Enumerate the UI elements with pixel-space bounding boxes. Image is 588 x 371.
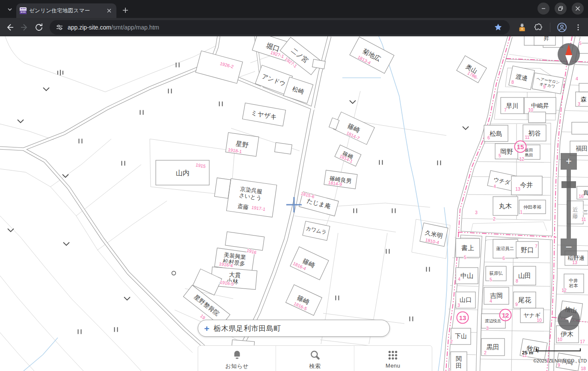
- parcel-number: 18: [581, 366, 586, 371]
- map-label: 下山: [455, 333, 467, 339]
- extension-robot-icon[interactable]: [515, 20, 529, 35]
- close-window-button[interactable]: [572, 3, 584, 15]
- field-symbol: [8, 229, 14, 232]
- map-canvas[interactable]: 堀口二ノ宮アンドウ松崎ミヤザキ菊地広奥山渡邊ヘアーサロンオオカワ早川中嶋昇森昇松…: [0, 36, 588, 371]
- search-address-text[interactable]: 栃木県足利市田島町: [214, 324, 281, 333]
- extensions-puzzle-icon[interactable]: [531, 20, 546, 35]
- toolbar-divider: [550, 23, 550, 32]
- map-label: 岡野: [500, 148, 513, 155]
- map-label: 山内: [176, 169, 190, 177]
- parcel-number: 1: [448, 367, 451, 371]
- minimize-button[interactable]: [538, 3, 549, 15]
- address-search-bar[interactable]: + 栃木県足利市田島町: [198, 320, 390, 337]
- parcel-number: 4: [576, 76, 578, 81]
- block-number: 13: [459, 314, 466, 321]
- scale-label: 25 m: [512, 350, 533, 355]
- parcel-number: 19: [199, 313, 207, 321]
- map-label: 仲田孝裕: [523, 204, 542, 209]
- zoom-in-button[interactable]: +: [561, 153, 577, 170]
- parcel-number: 10: [537, 318, 542, 323]
- parcel-number: 2: [493, 216, 496, 221]
- parcel-number: 13: [515, 186, 520, 191]
- parcel-number: 12: [519, 156, 524, 162]
- nav-label: お知らせ: [225, 362, 249, 370]
- zoom-slider-track[interactable]: [567, 170, 571, 238]
- map-label: 黒田: [487, 343, 499, 350]
- restore-button[interactable]: [555, 3, 567, 15]
- map-label: 近藤: [573, 206, 578, 219]
- parcel-number: 7: [504, 107, 507, 112]
- nav-item-search[interactable]: 検索: [276, 346, 353, 371]
- bookmark-star-icon[interactable]: [491, 20, 505, 35]
- zoom-slider-handle[interactable]: [561, 181, 576, 188]
- new-tab-button[interactable]: [120, 5, 131, 16]
- site-settings-icon[interactable]: [56, 24, 63, 31]
- menu-kebab-icon[interactable]: [571, 20, 585, 35]
- navigation-arrow-icon: [563, 314, 574, 325]
- compass-button[interactable]: [558, 43, 580, 65]
- current-location-button[interactable]: [558, 308, 580, 330]
- toolbar-actions: [513, 20, 585, 35]
- parcel-number: 13: [572, 260, 577, 265]
- nav-label: Menu: [386, 362, 401, 369]
- window-controls: [538, 3, 584, 15]
- url-bar[interactable]: app.zip-site.com/smt/app/map.htm: [50, 20, 510, 35]
- tab-close-icon[interactable]: [105, 7, 113, 15]
- parcel-number: 12: [561, 288, 567, 293]
- browser-toolbar: app.zip-site.com/smt/app/map.htm: [0, 18, 588, 36]
- search-icon: [309, 350, 321, 361]
- field-symbol: [463, 127, 469, 130]
- map-label: 荻原弘: [489, 271, 503, 276]
- parcel-number: 2: [484, 350, 487, 355]
- zoom-out-button[interactable]: −: [561, 238, 577, 256]
- nav-item-menu[interactable]: Menu: [354, 346, 432, 371]
- map-label: 昇: [544, 36, 549, 41]
- map-label: 山口: [460, 296, 472, 303]
- block-number: 15: [517, 143, 524, 150]
- parcel-number: 4: [493, 184, 496, 189]
- map-label: 渡辺悦且: [485, 318, 501, 323]
- forward-button[interactable]: [17, 20, 32, 35]
- profile-avatar-icon[interactable]: [555, 20, 569, 35]
- nav-label: 検索: [309, 362, 321, 370]
- parcel-number: 9: [515, 302, 518, 307]
- parcel-number: 3: [457, 303, 460, 308]
- parcel-number: 7: [535, 244, 538, 249]
- browser-window: ゼンリン住宅地図スマー: [0, 0, 588, 371]
- parcel-number: 5: [490, 277, 492, 282]
- map-label: 丸木: [499, 202, 512, 209]
- map-label: 初谷: [528, 130, 541, 137]
- parcel-number: 16: [579, 194, 584, 199]
- map-label: 三: [583, 209, 588, 215]
- parcel-number: 5: [499, 153, 501, 158]
- bell-icon: [232, 350, 243, 361]
- back-button[interactable]: [3, 20, 17, 35]
- reload-button[interactable]: [32, 20, 46, 35]
- parcel-number: 8: [516, 278, 518, 283]
- browser-tab[interactable]: ゼンリン住宅地図スマー: [16, 3, 116, 18]
- map-label: 今井: [520, 181, 533, 188]
- parcel-number: 3: [486, 326, 489, 331]
- map-label: 蓮沼員二: [496, 246, 514, 251]
- nav-item-notifications[interactable]: お知らせ: [198, 346, 276, 371]
- tab-strip: ゼンリン住宅地図スマー: [0, 0, 588, 18]
- tab-search-chevron-icon[interactable]: [5, 5, 15, 14]
- grid-icon: [387, 350, 398, 361]
- parcel-number: 3: [578, 101, 580, 106]
- map-label: 中嶋昇: [531, 102, 549, 109]
- bottom-navigation: お知らせ 検索 Menu: [198, 345, 432, 371]
- field-symbol: [350, 100, 356, 103]
- url-text[interactable]: app.zip-site.com/smt/app/map.htm: [68, 24, 159, 31]
- map-label: 吉岡: [490, 292, 503, 299]
- parcel-number: 10: [528, 107, 533, 112]
- map-label: 野口: [521, 246, 534, 253]
- parcel-number: 6: [487, 135, 490, 140]
- map-label: 書上: [461, 244, 474, 251]
- map-label: 山田: [518, 272, 531, 279]
- tab-title: ゼンリン住宅地図スマー: [29, 7, 103, 15]
- parcel-number: 9: [543, 84, 546, 89]
- parcel-number: 5: [464, 255, 466, 260]
- parcel-number: 1: [520, 209, 523, 215]
- map-label: 福田: [576, 145, 588, 152]
- field-symbol: [124, 297, 130, 300]
